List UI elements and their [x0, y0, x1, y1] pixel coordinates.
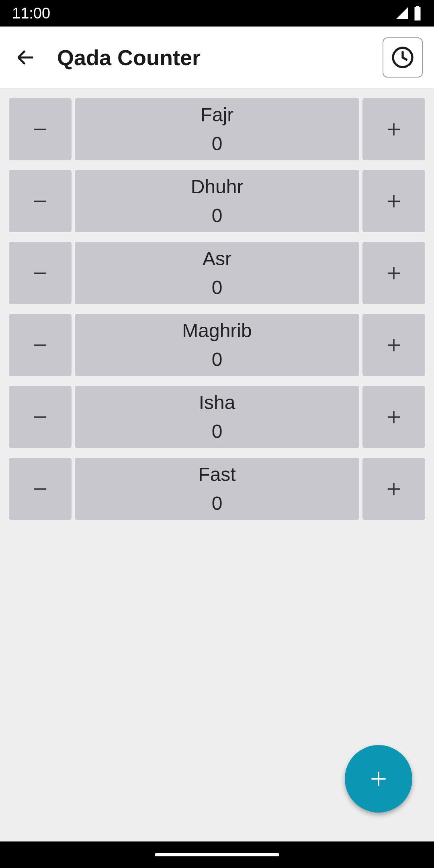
- plus-icon: [366, 767, 391, 791]
- decrement-button[interactable]: [9, 458, 72, 520]
- counter-row-asr: Asr 0: [9, 242, 425, 304]
- plus-icon: [383, 335, 404, 356]
- status-time: 11:00: [12, 5, 50, 22]
- counter-value: 0: [212, 129, 223, 158]
- minus-icon: [30, 479, 51, 500]
- increment-button[interactable]: [362, 98, 425, 160]
- plus-icon: [383, 479, 404, 500]
- plus-icon: [383, 263, 404, 284]
- page-title: Qada Counter: [57, 45, 201, 70]
- minus-icon: [30, 335, 51, 356]
- plus-icon: [383, 407, 404, 428]
- plus-icon: [383, 191, 404, 212]
- counter-label: Dhuhr: [191, 172, 244, 201]
- increment-button[interactable]: [362, 170, 425, 232]
- counter-display[interactable]: Fajr 0: [75, 98, 359, 160]
- minus-icon: [30, 407, 51, 428]
- status-right-icons: [395, 6, 422, 20]
- clock-button[interactable]: [383, 37, 423, 78]
- decrement-button[interactable]: [9, 314, 72, 376]
- increment-button[interactable]: [362, 242, 425, 304]
- navigation-bar: [0, 841, 434, 868]
- counter-list: Fajr 0 Dhuhr 0 Asr 0: [0, 88, 434, 539]
- counter-row-isha: Isha 0: [9, 386, 425, 448]
- counter-display[interactable]: Asr 0: [75, 242, 359, 304]
- counter-value: 0: [212, 201, 223, 230]
- counter-display[interactable]: Dhuhr 0: [75, 170, 359, 232]
- decrement-button[interactable]: [9, 386, 72, 448]
- counter-label: Maghrib: [182, 316, 252, 345]
- counter-value: 0: [212, 489, 223, 518]
- decrement-button[interactable]: [9, 170, 72, 232]
- svg-rect-0: [415, 7, 421, 20]
- decrement-button[interactable]: [9, 242, 72, 304]
- increment-button[interactable]: [362, 314, 425, 376]
- minus-icon: [30, 263, 51, 284]
- counter-row-maghrib: Maghrib 0: [9, 314, 425, 376]
- counter-display[interactable]: Fast 0: [75, 458, 359, 520]
- counter-display[interactable]: Isha 0: [75, 386, 359, 448]
- counter-row-fajr: Fajr 0: [9, 98, 425, 160]
- plus-icon: [383, 119, 404, 140]
- signal-icon: [395, 6, 409, 20]
- battery-icon: [413, 6, 422, 20]
- add-fab[interactable]: [345, 745, 412, 813]
- counter-label: Asr: [203, 244, 231, 273]
- decrement-button[interactable]: [9, 98, 72, 160]
- status-bar: 11:00: [0, 0, 434, 27]
- counter-label: Fast: [198, 460, 235, 489]
- counter-label: Fajr: [201, 100, 234, 129]
- svg-rect-1: [416, 6, 419, 8]
- minus-icon: [30, 191, 51, 212]
- counter-value: 0: [212, 273, 223, 302]
- increment-button[interactable]: [362, 458, 425, 520]
- counter-row-fast: Fast 0: [9, 458, 425, 520]
- back-button[interactable]: [10, 41, 42, 74]
- arrow-left-icon: [14, 46, 37, 69]
- counter-value: 0: [212, 417, 223, 446]
- increment-button[interactable]: [362, 386, 425, 448]
- home-handle[interactable]: [155, 853, 279, 856]
- app-bar: Qada Counter: [0, 27, 434, 88]
- counter-label: Isha: [199, 388, 235, 417]
- counter-value: 0: [212, 345, 223, 374]
- counter-display[interactable]: Maghrib 0: [75, 314, 359, 376]
- minus-icon: [30, 119, 51, 140]
- clock-icon: [390, 45, 416, 70]
- counter-row-dhuhr: Dhuhr 0: [9, 170, 425, 232]
